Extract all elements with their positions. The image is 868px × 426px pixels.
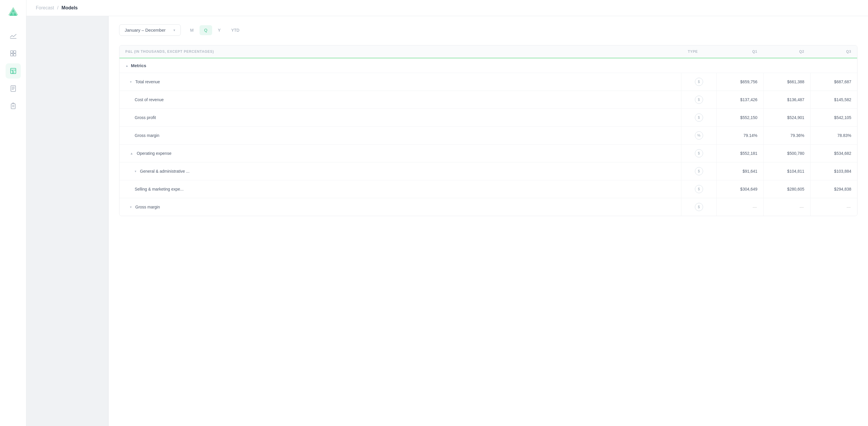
layout-icon bbox=[10, 50, 17, 57]
row-gross-margin-q3: 78.83% bbox=[810, 127, 857, 144]
table-row: ▾ General & administrative ... $ $91,641… bbox=[119, 162, 857, 180]
table-row: Cost of revenue $ $137,426 $136,487 $145… bbox=[119, 91, 857, 108]
table-row: ▾ Gross margin $ — — — bbox=[119, 198, 857, 216]
table-row: ▲ Operating expense $ $552,181 $500,780 … bbox=[119, 144, 857, 162]
total-revenue-toggle-icon[interactable]: ▾ bbox=[130, 80, 132, 84]
table-row: Selling & marketing expe... $ $304,649 $… bbox=[119, 180, 857, 198]
col-q2: Q2 bbox=[757, 50, 804, 54]
models-icon bbox=[10, 67, 17, 74]
svg-rect-15 bbox=[11, 104, 15, 109]
period-btn-Q[interactable]: Q bbox=[199, 25, 212, 35]
row-gross-margin-2-q1: — bbox=[716, 198, 763, 216]
section-metrics-label: Metrics bbox=[131, 63, 147, 68]
type-badge-percent: % bbox=[695, 131, 703, 139]
table-row: Gross profit $ $552,150 $524,901 $542,10… bbox=[119, 108, 857, 126]
row-total-revenue-q3: $687,687 bbox=[810, 73, 857, 91]
row-operating-expense-label: ▲ Operating expense bbox=[119, 144, 681, 162]
row-gross-profit-q2: $524,901 bbox=[763, 109, 810, 126]
row-selling-marketing-type: $ bbox=[681, 180, 716, 198]
row-cost-revenue-q3: $145,582 bbox=[810, 91, 857, 108]
period-dropdown[interactable]: January – December ▾ bbox=[119, 24, 181, 36]
svg-rect-4 bbox=[10, 51, 13, 53]
row-total-revenue-label: ▾ Total revenue bbox=[119, 73, 681, 91]
sidebar-nav bbox=[0, 28, 26, 114]
clipboard-icon bbox=[10, 103, 17, 110]
row-gross-margin-q1: 79.14% bbox=[716, 127, 763, 144]
row-cost-revenue-type: $ bbox=[681, 91, 716, 108]
sidebar-item-report[interactable] bbox=[6, 81, 21, 96]
col-q1: Q1 bbox=[710, 50, 757, 54]
row-gross-margin-2-q3: — bbox=[810, 198, 857, 216]
sidebar bbox=[0, 0, 26, 426]
gross-margin-2-toggle-icon[interactable]: ▾ bbox=[130, 205, 132, 209]
type-badge-dollar: $ bbox=[695, 78, 703, 86]
type-badge-dollar: $ bbox=[695, 113, 703, 122]
row-gross-profit-label: Gross profit bbox=[119, 109, 681, 126]
row-gross-margin-type: % bbox=[681, 127, 716, 144]
sidebar-item-layout[interactable] bbox=[6, 46, 21, 61]
row-cost-revenue-q2: $136,487 bbox=[763, 91, 810, 108]
row-general-admin-q3: $103,884 bbox=[810, 162, 857, 180]
financial-table: P&L (in thousands, except percentages) T… bbox=[119, 45, 858, 216]
general-admin-toggle-icon[interactable]: ▾ bbox=[135, 169, 136, 173]
row-operating-expense-q3: $534,682 bbox=[810, 144, 857, 162]
table-row: ▾ Total revenue $ $659,756 $661,388 $687… bbox=[119, 73, 857, 91]
row-gross-margin-label: Gross margin bbox=[119, 127, 681, 144]
metrics-toggle-icon: ▲ bbox=[125, 64, 128, 67]
header: Forecast / Models bbox=[26, 0, 868, 16]
sidebar-item-clipboard[interactable] bbox=[6, 99, 21, 114]
period-label: January – December bbox=[125, 28, 165, 33]
operating-expense-toggle-icon[interactable]: ▲ bbox=[130, 152, 133, 155]
row-general-admin-q1: $91,641 bbox=[716, 162, 763, 180]
section-metrics[interactable]: ▲ Metrics bbox=[119, 58, 857, 73]
svg-rect-5 bbox=[13, 51, 16, 53]
toolbar: January – December ▾ M Q Y YTD bbox=[119, 24, 858, 36]
type-badge-dollar: $ bbox=[695, 185, 703, 193]
type-badge-dollar: $ bbox=[695, 149, 703, 158]
row-cost-revenue-label: Cost of revenue bbox=[119, 91, 681, 108]
col-q3: Q3 bbox=[804, 50, 851, 54]
breadcrumb-separator: / bbox=[57, 5, 58, 10]
table-header: P&L (in thousands, except percentages) T… bbox=[119, 45, 857, 58]
right-panel: January – December ▾ M Q Y YTD P&L (in t… bbox=[108, 16, 868, 426]
row-gross-margin-q2: 79.36% bbox=[763, 127, 810, 144]
row-selling-marketing-q2: $280,605 bbox=[763, 180, 810, 198]
breadcrumb: Forecast / Models bbox=[36, 5, 78, 10]
row-total-revenue-q2: $661,388 bbox=[763, 73, 810, 91]
row-selling-marketing-q1: $304,649 bbox=[716, 180, 763, 198]
breadcrumb-current: Models bbox=[62, 5, 78, 10]
sidebar-item-forecast[interactable] bbox=[6, 28, 21, 43]
row-selling-marketing-label: Selling & marketing expe... bbox=[119, 180, 681, 198]
row-operating-expense-q1: $552,181 bbox=[716, 144, 763, 162]
chart-line-icon bbox=[10, 32, 17, 39]
col-pl: P&L (in thousands, except percentages) bbox=[125, 50, 675, 54]
row-general-admin-label: ▾ General & administrative ... bbox=[119, 162, 681, 180]
period-btn-Y[interactable]: Y bbox=[213, 25, 225, 35]
row-gross-margin-2-label: ▾ Gross margin bbox=[119, 198, 681, 216]
period-btn-YTD[interactable]: YTD bbox=[226, 25, 244, 35]
period-buttons: M Q Y YTD bbox=[185, 25, 244, 35]
row-gross-profit-type: $ bbox=[681, 109, 716, 126]
app-logo bbox=[7, 6, 19, 19]
period-btn-M[interactable]: M bbox=[185, 25, 198, 35]
content-area: January – December ▾ M Q Y YTD P&L (in t… bbox=[26, 16, 868, 426]
row-cost-revenue-q1: $137,426 bbox=[716, 91, 763, 108]
type-badge-dollar: $ bbox=[695, 96, 703, 104]
left-panel bbox=[26, 16, 108, 426]
row-gross-margin-2-type: $ bbox=[681, 198, 716, 216]
row-gross-profit-q3: $542,105 bbox=[810, 109, 857, 126]
row-operating-expense-type: $ bbox=[681, 144, 716, 162]
row-total-revenue-q1: $659,756 bbox=[716, 73, 763, 91]
row-selling-marketing-q3: $294,838 bbox=[810, 180, 857, 198]
row-general-admin-type: $ bbox=[681, 162, 716, 180]
col-type: TYPE bbox=[675, 50, 710, 54]
row-gross-profit-q1: $552,150 bbox=[716, 109, 763, 126]
breadcrumb-parent: Forecast bbox=[36, 5, 54, 10]
row-total-revenue-type: $ bbox=[681, 73, 716, 91]
svg-rect-7 bbox=[13, 54, 16, 56]
type-badge-dollar: $ bbox=[695, 203, 703, 211]
main-content: Forecast / Models January – December ▾ M… bbox=[26, 0, 868, 426]
sidebar-item-models[interactable] bbox=[6, 63, 21, 78]
row-general-admin-q2: $104,811 bbox=[763, 162, 810, 180]
row-operating-expense-q2: $500,780 bbox=[763, 144, 810, 162]
